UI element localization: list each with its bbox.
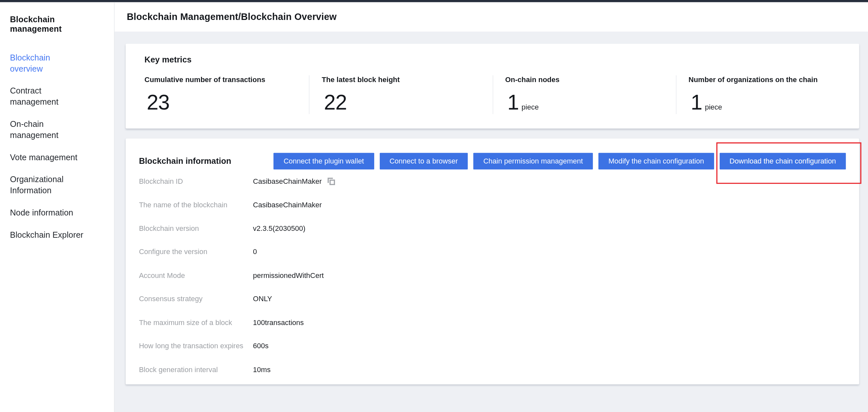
breadcrumb: Blockchain Management/Blockchain Overvie… bbox=[127, 11, 337, 23]
metric-unit: piece bbox=[522, 103, 539, 111]
top-window-bar bbox=[0, 0, 868, 2]
field-label: Blockchain ID bbox=[139, 177, 253, 185]
field-row-block-generation-interval: Block generation interval 10ms bbox=[139, 358, 846, 381]
field-row-configure-version: Configure the version 0 bbox=[139, 240, 846, 264]
field-label: Consensus strategy bbox=[139, 295, 253, 303]
sidebar-item-on-chain-management[interactable]: On-chain management bbox=[10, 118, 84, 141]
page-viewport: Blockchain management Blockchain overvie… bbox=[0, 0, 868, 412]
sidebar-item-contract-management[interactable]: Contract management bbox=[10, 85, 84, 108]
page-header: Blockchain Management/Blockchain Overvie… bbox=[115, 2, 868, 32]
metric-latest-block-height: The latest block height 22 bbox=[309, 75, 493, 114]
sidebar-item-blockchain-overview[interactable]: Blockchain overview bbox=[10, 52, 84, 74]
field-label: Blockchain version bbox=[139, 224, 253, 232]
metric-label: The latest block height bbox=[322, 75, 493, 83]
sidebar: Blockchain management Blockchain overvie… bbox=[0, 2, 115, 412]
blockchain-info-fields: Blockchain ID CasibaseChainMaker bbox=[139, 169, 846, 381]
connect-to-browser-button[interactable]: Connect to a browser bbox=[379, 153, 468, 169]
field-row-account-mode: Account Mode permissionedWithCert bbox=[139, 264, 846, 287]
blockchain-information-card: Blockchain information Connect the plugi… bbox=[126, 138, 859, 385]
metric-label: Cumulative number of transactions bbox=[145, 75, 309, 83]
copy-icon[interactable] bbox=[328, 177, 336, 185]
metric-value: 22 bbox=[324, 92, 347, 114]
field-label: Block generation interval bbox=[139, 365, 253, 374]
field-value: permissionedWithCert bbox=[253, 271, 324, 279]
field-value: CasibaseChainMaker bbox=[253, 177, 322, 185]
field-row-blockchain-name: The name of the blockchain CasibaseChain… bbox=[139, 193, 846, 216]
sidebar-item-blockchain-explorer[interactable]: Blockchain Explorer bbox=[10, 229, 84, 240]
field-value: ONLY bbox=[253, 295, 272, 303]
field-value: 0 bbox=[253, 247, 257, 256]
field-row-blockchain-version: Blockchain version v2.3.5(2030500) bbox=[139, 216, 846, 240]
field-label: Configure the version bbox=[139, 247, 253, 256]
field-label: Account Mode bbox=[139, 271, 253, 279]
field-value: 10ms bbox=[253, 365, 271, 374]
metric-value: 1 bbox=[507, 92, 519, 114]
metric-organizations-on-chain: Number of organizations on the chain 1 p… bbox=[676, 75, 859, 114]
connect-plugin-wallet-button[interactable]: Connect the plugin wallet bbox=[274, 153, 374, 169]
metric-value: 1 bbox=[691, 92, 702, 114]
field-row-max-block-size: The maximum size of a block 100transacti… bbox=[139, 311, 846, 334]
field-label: The maximum size of a block bbox=[139, 318, 253, 326]
main-area: Blockchain Management/Blockchain Overvie… bbox=[115, 2, 868, 412]
field-value: 100transactions bbox=[253, 318, 304, 326]
field-value: 600s bbox=[253, 342, 269, 350]
content-area: Key metrics Cumulative number of transac… bbox=[115, 32, 868, 412]
modify-chain-configuration-button[interactable]: Modify the chain configuration bbox=[598, 153, 714, 169]
field-row-blockchain-id: Blockchain ID CasibaseChainMaker bbox=[139, 169, 846, 193]
field-value: CasibaseChainMaker bbox=[253, 201, 322, 209]
download-chain-configuration-button[interactable]: Download the chain configuration bbox=[720, 153, 846, 169]
blockchain-information-header: Blockchain information Connect the plugi… bbox=[139, 138, 846, 169]
metric-label: Number of organizations on the chain bbox=[689, 75, 859, 83]
metric-on-chain-nodes: On-chain nodes 1 piece bbox=[493, 75, 676, 114]
key-metrics-card: Key metrics Cumulative number of transac… bbox=[126, 44, 859, 128]
sidebar-item-node-information[interactable]: Node information bbox=[10, 207, 84, 218]
sidebar-title: Blockchain management bbox=[10, 14, 104, 33]
field-label: How long the transaction expires bbox=[139, 342, 253, 350]
field-label: The name of the blockchain bbox=[139, 201, 253, 209]
sidebar-item-organizational-information[interactable]: Organizational Information bbox=[10, 174, 84, 196]
metric-unit: piece bbox=[705, 103, 722, 111]
action-button-row: Connect the plugin wallet Connect to a b… bbox=[274, 153, 846, 169]
field-value: v2.3.5(2030500) bbox=[253, 224, 305, 232]
metric-cumulative-transactions: Cumulative number of transactions 23 bbox=[126, 75, 309, 114]
key-metrics-grid: Cumulative number of transactions 23 The… bbox=[126, 75, 859, 114]
field-row-transaction-expiry: How long the transaction expires 600s bbox=[139, 334, 846, 358]
blockchain-information-title: Blockchain information bbox=[139, 156, 231, 166]
key-metrics-title: Key metrics bbox=[145, 55, 859, 64]
metric-value: 23 bbox=[147, 92, 169, 114]
field-row-consensus-strategy: Consensus strategy ONLY bbox=[139, 287, 846, 311]
metric-label: On-chain nodes bbox=[505, 75, 676, 83]
sidebar-item-vote-management[interactable]: Vote management bbox=[10, 152, 84, 163]
chain-permission-management-button[interactable]: Chain permission management bbox=[473, 153, 593, 169]
